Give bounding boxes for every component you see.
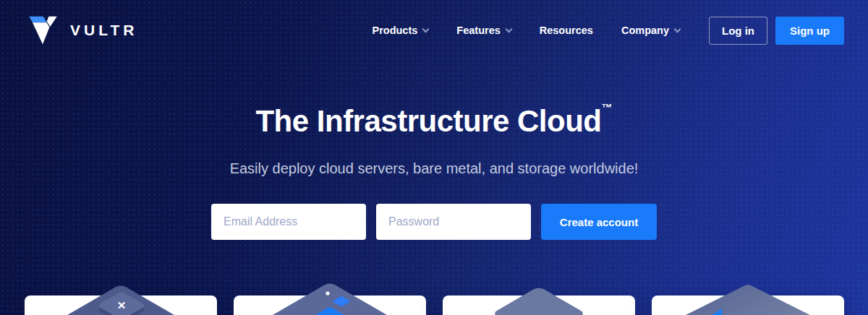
product-card-2[interactable] [234, 295, 426, 315]
vultr-logo[interactable]: VULTR [26, 14, 137, 47]
nav-item-features[interactable]: Features [456, 25, 511, 36]
nav-label: Resources [540, 25, 593, 36]
product-card-1[interactable]: ✕ [25, 295, 217, 315]
nav-label: Features [456, 25, 500, 36]
login-button[interactable]: Log in [709, 17, 767, 45]
nav-item-products[interactable]: Products [372, 25, 428, 36]
product-cards-row: ✕ [0, 295, 868, 315]
chevron-down-icon [422, 26, 430, 33]
nav-label: Products [372, 25, 417, 36]
page-title: The Infrastructure Cloud™ [0, 101, 868, 139]
illustration-platform-cube-icon [243, 271, 417, 315]
create-account-button[interactable]: Create account [541, 204, 657, 240]
product-card-3[interactable] [443, 295, 635, 315]
chevron-down-icon [674, 26, 681, 33]
page-title-text: The Infrastructure Cloud [255, 104, 601, 138]
illustration-storage-plane-icon [661, 271, 835, 315]
product-card-4[interactable] [652, 295, 844, 315]
signup-form: Create account [0, 204, 868, 240]
vultr-logo-icon [26, 14, 59, 47]
trademark-symbol: ™ [602, 101, 613, 113]
chevron-down-icon [505, 26, 512, 33]
vultr-logo-text: VULTR [70, 22, 137, 39]
nav-item-company[interactable]: Company [621, 25, 680, 36]
main-nav: Products Features Resources Company [372, 25, 680, 36]
illustration-box-close-icon: ✕ [34, 271, 208, 315]
email-input[interactable] [211, 204, 366, 240]
hero-subtitle: Easily deploy cloud servers, bare metal,… [0, 160, 868, 177]
nav-item-resources[interactable]: Resources [540, 25, 593, 36]
illustration-server-cluster-icon [452, 271, 626, 315]
close-glyph: ✕ [117, 299, 127, 311]
nav-label: Company [621, 25, 669, 36]
signup-button[interactable]: Sign up [775, 17, 844, 45]
password-input[interactable] [376, 204, 531, 240]
top-navigation-bar: VULTR Products Features Resources Compan… [0, 0, 868, 61]
